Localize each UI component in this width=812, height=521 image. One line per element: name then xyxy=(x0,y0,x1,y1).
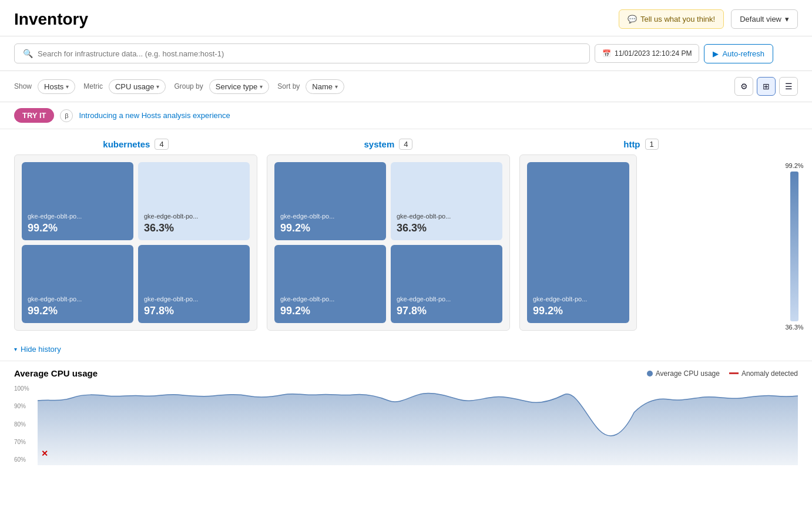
group-kubernetes-header: kubernetes 4 xyxy=(14,139,257,150)
group-kubernetes-box: gke-edge-oblt-po... 99.2% gke-edge-oblt-… xyxy=(14,154,257,331)
page-title: Inventory xyxy=(14,10,88,29)
group-http-box: gke-edge-oblt-po... 99.2% xyxy=(519,154,637,331)
metric-label: Metric xyxy=(83,82,103,90)
datetime-pill[interactable]: 📅 11/01/2023 12:10:24 PM xyxy=(595,44,699,63)
cpu-usage-filter[interactable]: CPU usage ▾ xyxy=(109,79,166,94)
group-kubernetes: kubernetes 4 gke-edge-oblt-po... 99.2% g… xyxy=(14,139,257,331)
feedback-button[interactable]: 💬 Tell us what you think! xyxy=(619,9,724,29)
chart-y-labels: 100% 90% 80% 70% 60% xyxy=(14,383,38,465)
service-type-filter[interactable]: Service type ▾ xyxy=(209,79,270,94)
group-system-name: system xyxy=(364,139,395,149)
avg-cpu-legend-label: Average CPU usage xyxy=(656,369,720,378)
group-system: system 4 gke-edge-oblt-po... 99.2% gke-e… xyxy=(267,139,510,331)
host-value: 36.3% xyxy=(144,222,174,234)
chat-icon: 💬 xyxy=(628,15,637,23)
host-card[interactable]: gke-edge-oblt-po... 36.3% xyxy=(138,162,250,240)
hosts-filter[interactable]: Hosts ▾ xyxy=(38,79,75,94)
y-label-100: 100% xyxy=(14,385,38,392)
group-kubernetes-count: 4 xyxy=(155,139,168,150)
host-card[interactable]: gke-edge-oblt-po... 99.2% xyxy=(22,162,133,240)
service-type-label: Service type xyxy=(216,82,258,91)
chart-title: Average CPU usage xyxy=(14,368,98,378)
search-toolbar: 🔍 📅 11/01/2023 12:10:24 PM ▶ Auto-refres… xyxy=(0,36,812,71)
main-content: kubernetes 4 gke-edge-oblt-po... 99.2% g… xyxy=(0,129,812,331)
play-icon: ▶ xyxy=(713,49,719,58)
grid-view-btn[interactable]: ⊞ xyxy=(757,77,776,96)
groups-container: kubernetes 4 gke-edge-oblt-po... 99.2% g… xyxy=(0,139,777,331)
host-card[interactable]: gke-edge-oblt-po... 99.2% xyxy=(527,162,629,323)
header-actions: 💬 Tell us what you think! Default view ▾ xyxy=(619,9,798,29)
filters-bar: Show Hosts ▾ Metric CPU usage ▾ Group by… xyxy=(0,71,812,102)
calendar-icon: 📅 xyxy=(602,49,611,58)
host-card[interactable]: gke-edge-oblt-po... 99.2% xyxy=(274,245,386,323)
settings-icon-btn[interactable]: ⚙ xyxy=(734,77,753,96)
host-card[interactable]: gke-edge-oblt-po... 36.3% xyxy=(391,162,502,240)
chart-svg-wrap: ✕ xyxy=(38,383,798,465)
avg-cpu-legend-dot xyxy=(647,371,653,377)
host-card[interactable]: gke-edge-oblt-po... 99.2% xyxy=(274,162,386,240)
chart-legend: Average CPU usage Anomaly detected xyxy=(647,369,798,378)
try-it-button[interactable]: TRY IT xyxy=(14,108,54,123)
host-card[interactable]: gke-edge-oblt-po... 99.2% xyxy=(22,245,133,323)
y-label-60: 60% xyxy=(14,456,38,463)
default-view-label: Default view xyxy=(740,15,781,23)
default-view-button[interactable]: Default view ▾ xyxy=(731,9,798,29)
list-view-btn[interactable]: ☰ xyxy=(779,77,798,96)
host-value: 99.2% xyxy=(280,305,310,317)
scale-label-bottom: 36.3% xyxy=(785,324,803,331)
host-value: 97.8% xyxy=(144,305,174,317)
history-section: ▾ Hide history xyxy=(0,340,812,358)
search-input[interactable] xyxy=(38,49,581,58)
chevron-down-icon: ▾ xyxy=(785,15,789,23)
chart-header: Average CPU usage Average CPU usage Anom… xyxy=(14,368,798,378)
search-bar[interactable]: 🔍 xyxy=(14,43,590,63)
host-name: gke-edge-oblt-po... xyxy=(28,295,82,302)
group-system-header: system 4 xyxy=(267,139,510,150)
page-header: Inventory 💬 Tell us what you think! Defa… xyxy=(0,0,812,36)
host-card[interactable]: gke-edge-oblt-po... 97.8% xyxy=(391,245,502,323)
anomaly-legend-line xyxy=(729,372,739,374)
host-value: 36.3% xyxy=(397,222,427,234)
beta-banner: TRY IT β Introducing a new Hosts analysi… xyxy=(0,102,812,129)
search-icon: 🔍 xyxy=(23,49,33,58)
chevron-down-icon: ▾ xyxy=(156,83,159,90)
beta-link[interactable]: Introducing a new Hosts analysis experie… xyxy=(79,111,230,120)
list-icon: ☰ xyxy=(785,82,793,91)
settings-icon: ⚙ xyxy=(740,82,748,91)
group-kubernetes-name: kubernetes xyxy=(103,139,150,149)
auto-refresh-button[interactable]: ▶ Auto-refresh xyxy=(704,44,773,63)
show-label: Show xyxy=(14,82,32,90)
beta-badge: β xyxy=(60,109,73,122)
chart-area-fill xyxy=(38,394,798,465)
scale-bar-container: 99.2% 36.3% xyxy=(777,139,812,331)
scale-bar xyxy=(790,172,798,321)
chevron-down-icon: ▾ xyxy=(335,83,338,90)
host-name: gke-edge-oblt-po... xyxy=(144,213,198,220)
host-value: 99.2% xyxy=(28,305,58,317)
chart-area: 100% 90% 80% 70% 60% ✕ xyxy=(14,383,798,465)
sort-name-filter[interactable]: Name ▾ xyxy=(306,79,344,94)
group-system-box: gke-edge-oblt-po... 99.2% gke-edge-oblt-… xyxy=(267,154,510,331)
hide-history-button[interactable]: ▾ Hide history xyxy=(14,340,61,358)
group-http: http 1 gke-edge-oblt-po... 99.2% xyxy=(519,139,763,331)
y-label-70: 70% xyxy=(14,439,38,445)
y-label-80: 80% xyxy=(14,421,38,428)
host-name: gke-edge-oblt-po... xyxy=(280,213,334,220)
host-value: 99.2% xyxy=(280,222,310,234)
host-name: gke-edge-oblt-po... xyxy=(397,213,451,220)
feedback-label: Tell us what you think! xyxy=(640,15,715,23)
hide-history-label: Hide history xyxy=(21,345,61,354)
host-card[interactable]: gke-edge-oblt-po... 97.8% xyxy=(138,245,250,323)
datetime-label: 11/01/2023 12:10:24 PM xyxy=(615,49,692,58)
host-name: gke-edge-oblt-po... xyxy=(280,295,334,302)
sort-name-label: Name xyxy=(312,82,333,91)
sort-by-label: Sort by xyxy=(277,82,300,90)
avg-cpu-legend-item: Average CPU usage xyxy=(647,369,720,378)
chevron-down-icon: ▾ xyxy=(66,83,69,90)
host-value: 99.2% xyxy=(28,222,58,234)
auto-refresh-label: Auto-refresh xyxy=(722,49,764,58)
anomaly-legend-label: Anomaly detected xyxy=(741,369,798,378)
group-http-name: http xyxy=(623,139,640,149)
group-by-label: Group by xyxy=(174,82,203,90)
anomaly-legend-item: Anomaly detected xyxy=(729,369,798,378)
